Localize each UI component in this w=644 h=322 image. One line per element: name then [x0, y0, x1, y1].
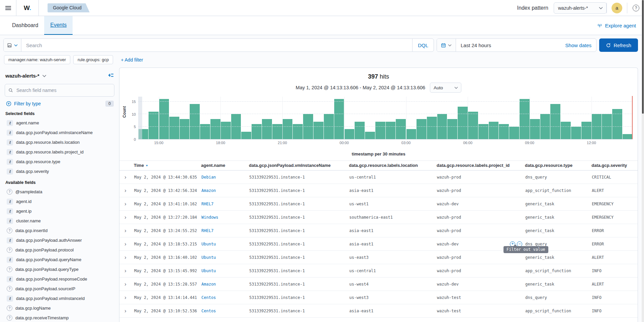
field-item[interactable]: tdata.gcp.jsonPayload.responseCode [4, 274, 115, 284]
resource-type-value: generic_task [525, 215, 554, 220]
resource-type-value: app_script_function [525, 188, 571, 193]
column-header-data-gcp-resource-type[interactable]: data.gcp.resource.type [525, 161, 591, 171]
field-item[interactable]: ?@sampledata [4, 187, 115, 197]
search-input[interactable] [21, 42, 412, 48]
expand-row-icon[interactable]: › [124, 241, 126, 247]
expand-row-icon[interactable]: › [124, 294, 126, 301]
column-header-time[interactable]: Time▼ [134, 161, 201, 171]
dql-language-button[interactable]: DQL [412, 39, 434, 51]
field-item[interactable]: ?data.gcp.insertId [4, 226, 115, 235]
field-item[interactable]: ?data.gcp.jsonPayload.queryType [4, 264, 115, 274]
agent-name-link[interactable]: RHEL7 [201, 228, 213, 233]
field-name: data.gcp.jsonPayload.responseCode [16, 277, 87, 282]
agent-name-link[interactable]: Amazon [201, 188, 216, 193]
field-name: data.gcp.severity [16, 169, 49, 174]
field-search-input[interactable] [16, 87, 111, 93]
interval-select[interactable]: Auto [430, 83, 461, 93]
field-item[interactable]: tdata.gcp.severity [4, 167, 115, 176]
chevron-down-icon [599, 7, 603, 9]
field-name: agent.name [16, 120, 39, 125]
tab-dashboard[interactable]: Dashboard [6, 16, 44, 35]
filter-pill[interactable]: rule.groups: gcp [73, 55, 113, 64]
expand-row-icon[interactable]: › [124, 214, 126, 220]
expand-row-icon[interactable]: › [124, 308, 126, 314]
index-pattern-select[interactable]: wazuh-alerts-* [554, 2, 607, 14]
collapse-sidebar-icon[interactable] [107, 72, 114, 79]
search-icon [8, 88, 13, 93]
cell-severity: INFO [591, 304, 638, 318]
field-item[interactable]: tdata.gcp.resource.labels.project_id [4, 147, 115, 157]
expand-row-icon[interactable]: › [124, 267, 126, 274]
field-item[interactable]: tcluster.name [4, 216, 115, 226]
column-header-data-gcp-resource-labels-project-id[interactable]: data.gcp.resource.labels.project_id [437, 161, 525, 171]
x-tick-label: 18:00 [216, 141, 225, 145]
selected-fields-heading: Selected fields [5, 111, 115, 116]
field-name: data.gcp.resource.labels.location [16, 140, 80, 145]
agent-name-link[interactable]: Ubuntu [201, 242, 216, 246]
add-filter-link[interactable]: + Add filter [121, 57, 143, 63]
field-item[interactable]: tdata.gcp.jsonPayload.vmInstanceName [4, 128, 115, 137]
field-item[interactable]: tagent.ip [4, 206, 115, 216]
tab-events[interactable]: Events [44, 16, 73, 35]
column-header-data-gcp-resource-labels-location[interactable]: data.gcp.resource.labels.location [349, 161, 437, 171]
field-item[interactable]: tdata.gcp.jsonPayload.authAnswer [4, 235, 115, 245]
column-header-data-gcp-severity[interactable]: data.gcp.severity [591, 161, 638, 171]
page-scrollbar[interactable] [642, 0, 644, 322]
calendar-button[interactable] [437, 39, 456, 51]
field-item[interactable]: tdata.gcp.jsonPayload.vmInstanceId [4, 294, 115, 303]
cell-vm-instance-name: 531339229531.instance-1 [249, 318, 349, 322]
menu-hamburger-icon[interactable] [0, 0, 16, 16]
string-type-icon: t [7, 130, 13, 136]
agent-name-link[interactable]: Ubuntu [201, 255, 216, 260]
agent-name-link[interactable]: Debian [201, 175, 216, 180]
time-range-value[interactable]: Last 24 hours [456, 42, 561, 48]
agent-name-link[interactable]: Windows [201, 215, 218, 220]
filter-pill[interactable]: manager.name: wazuh-server [4, 55, 70, 64]
table-row: ›May 2, 2024 @ 13:14:14.441Centos5313392… [119, 291, 638, 304]
field-item[interactable]: ?data.gcp.logName [4, 303, 115, 313]
field-item[interactable]: tagent.name [4, 118, 115, 128]
agent-name-link[interactable]: Amazon [201, 282, 216, 287]
cell-project-id: wazuh-test [437, 304, 525, 318]
resource-type-value: generic_task [525, 255, 554, 260]
field-item[interactable]: ?data.gcp.jsonPayload.protocol [4, 245, 115, 255]
field-item[interactable]: ?data.gcp.receiveTimestamp [4, 313, 115, 322]
breadcrumb-google-cloud-badge[interactable]: Google Cloud [48, 3, 90, 12]
help-icon[interactable]: ? [633, 5, 639, 11]
field-name: agent.id [16, 199, 31, 204]
expand-row-icon[interactable]: › [124, 281, 126, 287]
agent-name-link[interactable]: RHEL7 [201, 202, 213, 206]
show-dates-link[interactable]: Show dates [561, 42, 596, 48]
sidebar-index-pattern[interactable]: wazuh-alerts-* [5, 73, 39, 79]
field-item[interactable]: tagent.id [4, 197, 115, 206]
explore-agent-link[interactable]: Explore agent [597, 16, 636, 35]
cell-vm-instance-name: 531339229531.instance-1 [249, 211, 349, 224]
column-header-agent-name[interactable]: agent.name [201, 161, 249, 171]
expand-row-icon[interactable]: › [124, 254, 126, 260]
agent-name-link[interactable]: Centos [201, 295, 216, 300]
histogram-bar [396, 119, 406, 139]
refresh-button[interactable]: Refresh [599, 38, 638, 52]
field-item[interactable]: tdata.gcp.resource.type [4, 157, 115, 167]
agent-name-link[interactable]: Centos [201, 309, 216, 313]
filter-bar: manager.name: wazuh-serverrule.groups: g… [0, 55, 644, 68]
scrollbar-thumb[interactable] [642, 0, 644, 114]
field-item[interactable]: ?data.gcp.jsonPayload.sourceIP [4, 284, 115, 294]
expand-row-icon[interactable]: › [124, 174, 126, 180]
histogram-bar [180, 119, 190, 139]
user-avatar[interactable]: a [612, 3, 622, 13]
column-header-data-gcp-jsonpayload-vminstancename[interactable]: data.gcp.jsonPayload.vmInstanceName [249, 161, 349, 171]
cell-time: May 2, 2024 @ 13:42:56.324 [134, 184, 201, 197]
agent-name-link[interactable]: Ubuntu [201, 269, 216, 273]
filter-by-type[interactable]: Filter by type 0 [6, 101, 114, 107]
field-item[interactable]: tdata.gcp.resource.labels.location [4, 137, 115, 147]
h-gridline [138, 114, 633, 114]
saved-queries-button[interactable] [4, 39, 21, 51]
x-tick-label: 21:00 [278, 141, 287, 145]
expand-row-icon[interactable]: › [124, 201, 126, 207]
field-item[interactable]: tdata.gcp.jsonPayload.queryName [4, 255, 115, 264]
expand-row-icon[interactable]: › [124, 227, 126, 234]
cell-severity: ERROR [591, 224, 638, 237]
expand-row-icon[interactable]: › [124, 187, 126, 194]
histogram-bar [386, 122, 396, 139]
